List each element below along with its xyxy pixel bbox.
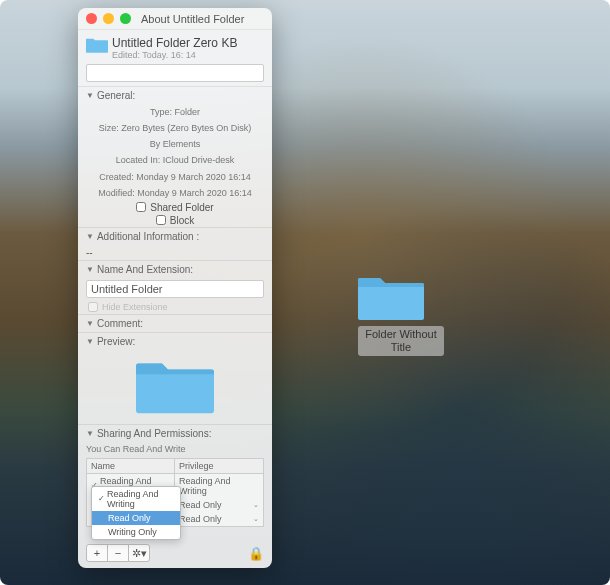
chevron-icon: ⌄: [253, 515, 259, 523]
name-input[interactable]: [86, 280, 264, 298]
close-icon[interactable]: [86, 13, 97, 24]
block-row: Block: [78, 214, 272, 227]
disclosure-triangle-icon: ▼: [86, 319, 94, 328]
section-preview[interactable]: ▼ Preview:: [78, 332, 272, 350]
desktop-folder-label: Folder Without Title: [358, 326, 444, 356]
minimize-icon[interactable]: [103, 13, 114, 24]
block-label: Block: [170, 215, 194, 226]
disclosure-triangle-icon: ▼: [86, 429, 94, 438]
minus-icon: −: [115, 547, 121, 559]
window-title: About Untitled Folder: [141, 13, 244, 25]
section-comment[interactable]: ▼ Comment:: [78, 314, 272, 332]
folder-icon: [86, 36, 108, 54]
general-by: By Elements: [78, 136, 272, 152]
disclosure-triangle-icon: ▼: [86, 337, 94, 346]
col-name: Name: [87, 459, 175, 473]
plus-icon: +: [94, 547, 100, 559]
dropdown-item[interactable]: Writing Only: [92, 525, 180, 539]
hide-extension-row: Hide Extensione: [78, 300, 272, 314]
section-additional[interactable]: ▼ Additional Information :: [78, 227, 272, 245]
additional-value: --: [78, 245, 272, 260]
general-created: Created: Monday 9 March 2020 16:14: [78, 169, 272, 185]
preview-heading: Preview:: [97, 336, 135, 347]
name-ext-heading: Name And Extension:: [97, 264, 193, 275]
shared-folder-checkbox[interactable]: [136, 202, 146, 212]
maximize-icon[interactable]: [120, 13, 131, 24]
perm-priv: Read Only: [179, 514, 222, 524]
block-checkbox[interactable]: [156, 215, 166, 225]
privilege-dropdown[interactable]: ✓Reading And Writing Read Only Writing O…: [91, 486, 181, 540]
titlebar[interactable]: About Untitled Folder: [78, 8, 272, 30]
add-button[interactable]: +: [86, 544, 108, 562]
sharing-heading: Sharing And Permissions:: [97, 428, 212, 439]
disclosure-triangle-icon: ▼: [86, 91, 94, 100]
comment-heading: Comment:: [97, 318, 143, 329]
gear-icon: ✲▾: [132, 547, 147, 560]
remove-button[interactable]: −: [107, 544, 129, 562]
additional-heading: Additional Information :: [97, 231, 199, 242]
folder-icon: [358, 272, 444, 322]
col-privilege: Privilege: [175, 459, 263, 473]
general-type: Type: Folder: [78, 104, 272, 120]
disclosure-triangle-icon: ▼: [86, 232, 94, 241]
general-size: Size: Zero Bytes (Zero Bytes On Disk): [78, 120, 272, 136]
permissions-header: Name Privilege: [87, 459, 263, 474]
chevron-icon: ⌄: [253, 501, 259, 509]
dropdown-item[interactable]: Read Only: [92, 511, 180, 525]
perm-priv: Reading And Writing: [179, 476, 259, 496]
info-folder-name: Untitled Folder Zero KB: [112, 36, 237, 50]
permissions-table: Name Privilege ✓Reading And Writing Read…: [86, 458, 264, 527]
section-general[interactable]: ▼ General:: [78, 86, 272, 104]
table-row[interactable]: ✓Reading And Writing Reading And Writing…: [87, 474, 263, 498]
hide-extension-label: Hide Extensione: [102, 302, 168, 312]
info-edited-line: Edited: Today. 16: 14: [112, 50, 237, 60]
desktop-background: Folder Without Title About Untitled Fold…: [0, 0, 610, 585]
tags-field[interactable]: [86, 64, 264, 82]
preview-area: [78, 350, 272, 424]
shared-folder-label: Shared Folder: [150, 202, 213, 213]
bottom-toolbar: + − ✲▾ 🔒: [86, 544, 264, 562]
disclosure-triangle-icon: ▼: [86, 265, 94, 274]
you-can-line: You Can Read And Write: [78, 442, 272, 456]
general-heading: General:: [97, 90, 135, 101]
shared-folder-row: Shared Folder: [78, 201, 272, 214]
info-header: Untitled Folder Zero KB Edited: Today. 1…: [78, 30, 272, 62]
info-window: About Untitled Folder Untitled Folder Ze…: [78, 8, 272, 568]
dropdown-item[interactable]: ✓Reading And Writing: [92, 487, 180, 511]
general-modified: Modified: Monday 9 March 2020 16:14: [78, 185, 272, 201]
lock-icon[interactable]: 🔒: [248, 546, 264, 561]
action-button[interactable]: ✲▾: [128, 544, 150, 562]
section-name-ext[interactable]: ▼ Name And Extension:: [78, 260, 272, 278]
desktop-folder-item[interactable]: Folder Without Title: [358, 272, 444, 356]
section-sharing[interactable]: ▼ Sharing And Permissions:: [78, 424, 272, 442]
folder-icon: [136, 356, 214, 416]
general-location: Located In: ICloud Drive-desk: [78, 152, 272, 168]
hide-extension-checkbox: [88, 302, 98, 312]
perm-priv: Read Only: [179, 500, 222, 510]
